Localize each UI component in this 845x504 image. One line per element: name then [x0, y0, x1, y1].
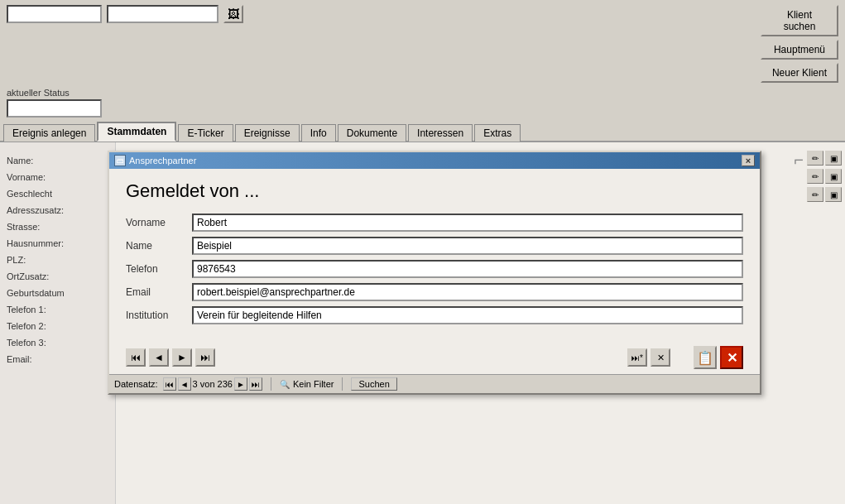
form-label-telefon: Telefon: [126, 263, 192, 275]
modal-close-button[interactable]: ×: [742, 155, 755, 166]
field-label-adresszusatz: Adresszusatz:: [7, 202, 108, 218]
tab-extras[interactable]: Extras: [474, 124, 521, 142]
form-row-telefon: Telefon: [126, 260, 743, 278]
icon-pair-3: ✏ ▣: [807, 187, 842, 202]
tab-e-ticker[interactable]: E-Ticker: [178, 124, 233, 142]
suchen-button[interactable]: Suchen: [351, 377, 396, 391]
form-input-vorname[interactable]: [192, 214, 743, 232]
modal-titlebar: 🗃 Ansprechpartner ×: [109, 152, 760, 169]
last-name-input[interactable]: Mustermann: [107, 5, 218, 23]
field-label-name: Name:: [7, 152, 108, 169]
field-label-geburtsdatum: Geburtsdatum: [7, 285, 108, 301]
modal-statusbar: Datensatz: ⏮ ◄ 3 von 236 ► ⏭ 🔍 Kein Filt…: [109, 374, 760, 393]
field-label-plz: PLZ:: [7, 252, 108, 268]
form-label-email: Email: [126, 286, 192, 298]
status-section: aktueller Status Klient: [0, 88, 845, 121]
datensatz-label: Datensatz:: [114, 379, 158, 389]
prev-record-btn[interactable]: ◄: [149, 348, 169, 367]
icon-pair-1: ✏ ▣: [807, 151, 842, 166]
tab-info[interactable]: Info: [301, 124, 336, 142]
form-label-name: Name: [126, 240, 192, 252]
klient-suchen-button[interactable]: Klientsuchen: [761, 5, 838, 36]
field-label-telefon1: Telefon 1:: [7, 301, 108, 318]
statusbar-nav: ⏮ ◄ 3 von 236 ► ⏭: [163, 377, 262, 391]
tab-ereignisse[interactable]: Ereignisse: [235, 124, 300, 142]
ansprechpartner-modal: 🗃 Ansprechpartner × Gemeldet von ... Vor…: [108, 151, 761, 395]
statusbar-divider2: [342, 377, 343, 391]
modal-title: Ansprechpartner: [129, 156, 196, 166]
form-row-vorname: Vorname: [126, 214, 743, 232]
right-icons: ✏ ▣ ✏ ▣ ✏ ▣: [807, 151, 842, 202]
filter-icon: 🔍: [280, 380, 290, 389]
field-label-email: Email:: [7, 351, 108, 367]
tab-stammdaten[interactable]: Stammdaten: [97, 122, 176, 142]
edit-icon-2[interactable]: ✏: [807, 169, 823, 184]
form-row-institution: Institution: [126, 306, 743, 324]
statusbar-filter: 🔍 Kein Filter: [280, 379, 334, 389]
next-record-btn[interactable]: ►: [172, 348, 192, 367]
field-label-strasse: Strasse:: [7, 218, 108, 235]
modal-title-icon: 🗃: [114, 155, 126, 166]
form-input-institution[interactable]: [192, 306, 743, 324]
statusbar-divider: [271, 377, 271, 391]
field-label-hausnummer: Hausnummer:: [7, 235, 108, 252]
tab-dokumente[interactable]: Dokumente: [338, 124, 406, 142]
status-first-btn[interactable]: ⏮: [163, 377, 176, 391]
tab-ereignis-anlegen[interactable]: Ereignis anlegen: [3, 124, 95, 142]
view-icon-1[interactable]: ▣: [825, 151, 842, 166]
form-input-name[interactable]: [192, 237, 743, 255]
form-row-name: Name: [126, 237, 743, 255]
form-input-email[interactable]: [192, 283, 743, 301]
field-label-vorname: Vorname:: [7, 169, 108, 185]
hauptmenu-button[interactable]: Hauptmenü: [761, 40, 838, 60]
neuer-klient-button[interactable]: Neuer Klient: [761, 63, 838, 83]
field-label-geschlecht: Geschlecht: [7, 185, 108, 202]
field-label-ortzusatz: OrtZusatz:: [7, 268, 108, 285]
modal-heading: Gemeldet von ...: [109, 169, 760, 214]
filter-label: Kein Filter: [293, 379, 334, 389]
top-right-buttons: Klientsuchen Hauptmenü Neuer Klient: [761, 5, 838, 83]
left-sidebar: Name: Vorname: Geschlecht Adresszusatz: …: [0, 142, 116, 504]
modal-overlay: 🗃 Ansprechpartner × Gemeldet von ... Vor…: [108, 142, 770, 490]
form-input-telefon[interactable]: [192, 260, 743, 278]
corner-bracket: ⌐: [794, 151, 804, 170]
field-label-telefon3: Telefon 3:: [7, 334, 108, 351]
form-label-vorname: Vorname: [126, 217, 192, 228]
last-record-btn[interactable]: ⏭: [195, 348, 215, 367]
delete-record-btn[interactable]: ✕: [720, 346, 743, 369]
status-label: aktueller Status: [7, 88, 838, 98]
status-prev-btn[interactable]: ◄: [178, 377, 191, 391]
edit-icon-3[interactable]: ✏: [807, 187, 823, 202]
view-icon-3[interactable]: ▣: [825, 187, 842, 202]
status-input[interactable]: Klient: [7, 99, 102, 118]
tab-bar: Ereignis anlegen Stammdaten E-Ticker Ere…: [0, 121, 845, 142]
first-record-btn[interactable]: ⏮: [126, 348, 146, 367]
filter-clear-btn[interactable]: ✕: [651, 348, 670, 367]
tab-interessen[interactable]: Interessen: [408, 124, 473, 142]
form-row-email: Email: [126, 283, 743, 301]
main-content: Name: Vorname: Geschlecht Adresszusatz: …: [0, 142, 845, 504]
icon-pair-2: ✏ ▣: [807, 169, 842, 184]
status-last-btn[interactable]: ⏭: [249, 377, 262, 391]
record-position: 3 von 236: [193, 379, 233, 389]
add-record-btn[interactable]: 📋: [694, 346, 717, 369]
field-label-telefon2: Telefon 2:: [7, 318, 108, 334]
modal-body: Vorname Name Telefon Email Institution: [109, 214, 760, 338]
top-bar: Sebastian Mustermann 🖼 Klientsuchen Haup…: [0, 0, 845, 88]
form-label-institution: Institution: [126, 310, 192, 321]
edit-icon-1[interactable]: ✏: [807, 151, 823, 166]
modal-nav: ⏮ ◄ ► ⏭ ⏭* ✕ 📋 ✕: [109, 338, 760, 374]
view-icon-2[interactable]: ▣: [825, 169, 842, 184]
filter-apply-btn[interactable]: ⏭*: [627, 348, 647, 367]
status-next-btn[interactable]: ►: [234, 377, 247, 391]
photo-button[interactable]: 🖼: [223, 5, 243, 23]
first-name-input[interactable]: Sebastian: [7, 5, 102, 23]
